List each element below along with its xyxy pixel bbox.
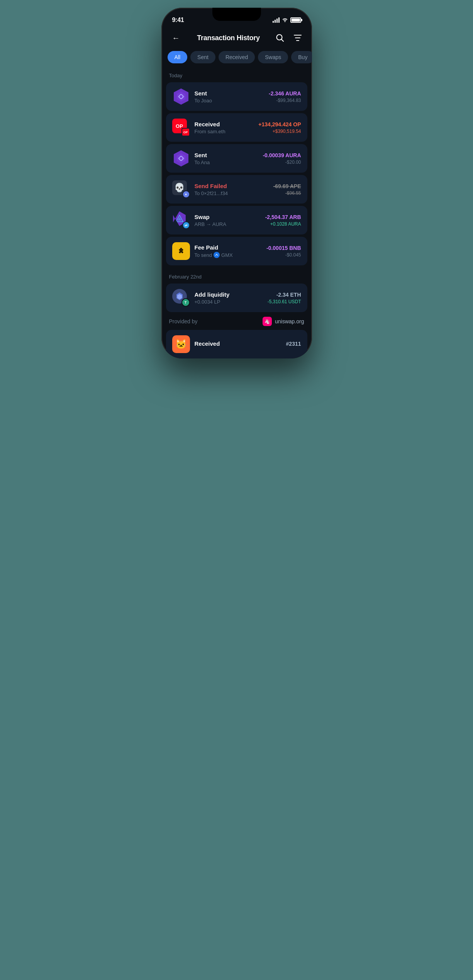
monster-token-icon: 🐱 bbox=[172, 335, 190, 353]
tx-primary-amount: +134,294.424 OP bbox=[258, 121, 301, 127]
section-today: Today bbox=[161, 70, 312, 82]
tx-secondary-amount: -$20.00 bbox=[263, 160, 301, 165]
provided-by-section: Provided by 🦄 uniswap.org bbox=[161, 312, 312, 330]
tx-title: Add liquidity bbox=[195, 291, 263, 298]
page-title: Transaction History bbox=[197, 34, 259, 42]
tx-amounts: -0.00015 BNB -$0.045 bbox=[266, 245, 301, 258]
aura-token-icon bbox=[172, 88, 190, 105]
tx-number: #2311 bbox=[286, 341, 301, 347]
tx-info: Sent To Ana bbox=[195, 152, 258, 165]
tab-sent[interactable]: Sent bbox=[190, 51, 215, 63]
tx-info: Send Failed To 0×2f21...f34 bbox=[195, 183, 269, 196]
header: ← Transaction History bbox=[161, 27, 312, 51]
liquidity-token-icon: T bbox=[172, 289, 190, 307]
tab-all[interactable]: All bbox=[168, 51, 188, 63]
tx-subtitle: To Joao bbox=[195, 98, 264, 104]
filter-button[interactable] bbox=[292, 32, 304, 44]
transaction-item[interactable]: Sent To Ana -0.00039 AURA -$20.00 bbox=[166, 144, 307, 173]
aura-token-icon bbox=[172, 149, 190, 167]
search-icon bbox=[276, 34, 284, 42]
transaction-list-today: Sent To Joao -2.346 AURA -$99,364.83 OP … bbox=[161, 82, 312, 265]
signal-icon bbox=[273, 17, 280, 23]
transaction-item[interactable]: T Add liquidity +0.0034 LP -2.34 ETH -5,… bbox=[166, 284, 307, 312]
transaction-item[interactable]: Sent To Joao -2.346 AURA -$99,364.83 bbox=[166, 82, 307, 111]
status-icons bbox=[273, 17, 301, 23]
provided-by-label: Provided by bbox=[169, 318, 198, 324]
tx-subtitle: To Ana bbox=[195, 160, 258, 165]
tx-primary-amount: -0.00039 AURA bbox=[263, 152, 301, 158]
ape-token-icon: 💀 ♦ bbox=[172, 180, 190, 198]
back-arrow-icon: ← bbox=[172, 34, 180, 42]
transaction-item-partial[interactable]: 🐱 Received #2311 bbox=[166, 330, 307, 358]
back-button[interactable]: ← bbox=[169, 31, 183, 45]
tx-subtitle: To 0×2f21...f34 bbox=[195, 190, 269, 196]
tx-primary-amount: -2.34 ETH bbox=[268, 292, 301, 298]
section-february: February 22nd bbox=[161, 271, 312, 284]
tx-amounts: -2.346 AURA -$99,364.83 bbox=[269, 90, 301, 103]
filter-icon bbox=[293, 34, 302, 42]
tx-title: Received bbox=[195, 340, 281, 347]
transaction-list-february: T Add liquidity +0.0034 LP -2.34 ETH -5,… bbox=[161, 284, 312, 312]
tx-primary-amount: -2.346 AURA bbox=[269, 90, 301, 97]
tx-subtitle: ARB → AURA bbox=[195, 221, 261, 227]
tx-title: Sent bbox=[195, 152, 258, 158]
notch bbox=[212, 8, 261, 21]
tx-amounts: +134,294.424 OP +$390,519.54 bbox=[258, 121, 301, 134]
filter-tabs: All Sent Received Swaps Buy Se... bbox=[161, 51, 312, 70]
tx-amounts: -69.69 APE -$96.55 bbox=[273, 183, 301, 196]
tab-buy[interactable]: Buy bbox=[291, 51, 312, 63]
tx-primary-amount: -0.00015 BNB bbox=[266, 245, 301, 251]
swap-token-icon: ⇄ bbox=[172, 211, 190, 229]
tx-title: Send Failed bbox=[195, 183, 269, 189]
transaction-item[interactable]: OP OP Received From sam.eth +134,294.424… bbox=[166, 113, 307, 142]
tx-info: Swap ARB → AURA bbox=[195, 214, 261, 227]
status-time: 9:41 bbox=[172, 17, 184, 24]
tx-title: Received bbox=[195, 121, 254, 127]
tx-info: Fee Paid To send GMX bbox=[195, 244, 262, 258]
uniswap-icon: 🦄 bbox=[263, 317, 272, 326]
fee-subtitle-text: To send bbox=[195, 252, 212, 258]
tx-amounts: -2,504.37 ARB +0.1028 AURA bbox=[265, 214, 301, 227]
phone-frame: 9:41 ← Transaction History bbox=[161, 8, 312, 358]
tx-secondary-amount: -$99,364.83 bbox=[269, 98, 301, 103]
tab-swaps[interactable]: Swaps bbox=[258, 51, 288, 63]
tx-primary-amount: -69.69 APE bbox=[273, 183, 301, 189]
bnb-token-icon bbox=[172, 242, 190, 260]
transaction-item[interactable]: ⇄ Swap ARB → AURA -2,504.37 ARB +0.1028 … bbox=[166, 206, 307, 234]
search-button[interactable] bbox=[274, 32, 286, 44]
tx-subtitle: From sam.eth bbox=[195, 129, 254, 134]
tx-secondary-amount: -5,310.61 USDT bbox=[268, 299, 301, 304]
tx-title: Fee Paid bbox=[195, 244, 262, 251]
gmx-label: GMX bbox=[221, 252, 233, 258]
transaction-item[interactable]: Fee Paid To send GMX -0.00015 BNB - bbox=[166, 237, 307, 265]
tx-secondary-amount: -$0.045 bbox=[266, 252, 301, 258]
svg-line-1 bbox=[281, 39, 284, 42]
tx-info: Received From sam.eth bbox=[195, 121, 254, 134]
provided-by-value: 🦄 uniswap.org bbox=[263, 317, 304, 326]
tab-received[interactable]: Received bbox=[219, 51, 255, 63]
tx-info: Received bbox=[195, 340, 281, 348]
tx-amounts: -0.00039 AURA -$20.00 bbox=[263, 152, 301, 165]
tx-title: Sent bbox=[195, 90, 264, 97]
tx-amounts: #2311 bbox=[286, 341, 301, 348]
op-token-icon: OP OP bbox=[172, 119, 190, 136]
header-actions bbox=[274, 32, 304, 44]
gmx-inline: GMX bbox=[214, 252, 233, 258]
tx-secondary-amount: +0.1028 AURA bbox=[265, 221, 301, 227]
provider-name: uniswap.org bbox=[275, 318, 304, 324]
tx-secondary-amount: +$390,519.54 bbox=[258, 129, 301, 134]
tx-amounts: -2.34 ETH -5,310.61 USDT bbox=[268, 292, 301, 304]
battery-icon bbox=[290, 17, 301, 23]
tx-title: Swap bbox=[195, 214, 261, 220]
tx-info: Add liquidity +0.0034 LP bbox=[195, 291, 263, 305]
tx-info: Sent To Joao bbox=[195, 90, 264, 104]
tx-subtitle: To send GMX bbox=[195, 252, 262, 258]
wifi-icon bbox=[282, 17, 288, 23]
transaction-item[interactable]: 💀 ♦ Send Failed To 0×2f21...f34 -69.69 A… bbox=[166, 175, 307, 204]
tx-subtitle: +0.0034 LP bbox=[195, 299, 263, 305]
gmx-icon bbox=[214, 252, 220, 258]
tx-primary-amount: -2,504.37 ARB bbox=[265, 214, 301, 220]
tx-secondary-amount: -$96.55 bbox=[273, 190, 301, 196]
